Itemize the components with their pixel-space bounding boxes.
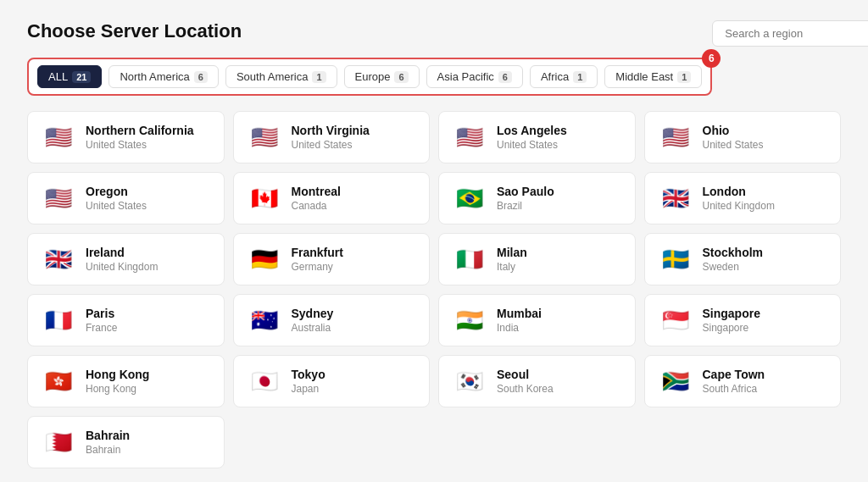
- location-card[interactable]: 🇮🇹 Milan Italy: [438, 233, 636, 285]
- location-card[interactable]: 🇺🇸 Oregon United States: [27, 172, 225, 224]
- filter-count: 1: [312, 71, 326, 83]
- filter-label: ALL: [48, 70, 68, 83]
- country-name: Germany: [292, 261, 343, 273]
- flag-icon: 🇿🇦: [659, 370, 693, 393]
- filter-row: ALL21North America6South America1Europe6…: [27, 58, 712, 96]
- city-name: Paris: [86, 307, 117, 320]
- city-name: Singapore: [703, 307, 760, 320]
- page-title: Choose Server Location: [27, 20, 712, 42]
- location-card[interactable]: 🇸🇪 Stockholm Sweden: [644, 233, 842, 285]
- country-name: Hong Kong: [86, 383, 149, 395]
- location-card[interactable]: 🇿🇦 Cape Town South Africa: [644, 355, 842, 407]
- city-name: Sao Paulo: [497, 185, 554, 198]
- country-name: United States: [497, 139, 567, 151]
- filter-label: South America: [236, 70, 309, 83]
- flag-icon: 🇮🇹: [453, 248, 487, 271]
- flag-icon: 🇦🇺: [248, 309, 281, 332]
- country-name: South Korea: [497, 383, 554, 395]
- city-name: Mumbai: [497, 307, 542, 320]
- location-card[interactable]: 🇺🇸 Ohio United States: [644, 111, 842, 163]
- location-card[interactable]: 🇧🇷 Sao Paulo Brazil: [438, 172, 636, 224]
- country-name: United States: [86, 139, 194, 151]
- filter-btn-south-america[interactable]: South America1: [225, 65, 337, 88]
- flag-icon: 🇸🇪: [659, 248, 693, 271]
- country-name: Japan: [292, 383, 326, 395]
- filter-count: 1: [677, 71, 691, 83]
- country-name: Sweden: [703, 261, 764, 273]
- location-card[interactable]: 🇨🇦 Montreal Canada: [233, 172, 431, 224]
- city-name: Tokyo: [292, 368, 326, 381]
- flag-icon: 🇨🇦: [248, 187, 281, 210]
- filter-badge: 6: [702, 49, 721, 68]
- location-card[interactable]: 🇧🇭 Bahrain Bahrain: [27, 416, 225, 468]
- flag-icon: 🇬🇧: [42, 248, 75, 271]
- city-name: Northern California: [86, 124, 194, 137]
- filter-count: 6: [394, 71, 408, 83]
- country-name: Bahrain: [86, 444, 130, 456]
- location-card[interactable]: 🇭🇰 Hong Kong Hong Kong: [27, 355, 225, 407]
- flag-icon: 🇧🇭: [42, 431, 75, 454]
- location-card[interactable]: 🇬🇧 London United Kingdom: [644, 172, 842, 224]
- city-name: Los Angeles: [497, 124, 567, 137]
- city-name: Frankfurt: [292, 246, 343, 259]
- location-card[interactable]: 🇩🇪 Frankfurt Germany: [233, 233, 431, 285]
- flag-icon: 🇩🇪: [248, 248, 281, 271]
- filter-btn-europe[interactable]: Europe6: [344, 65, 420, 88]
- flag-icon: 🇫🇷: [42, 309, 75, 332]
- filter-label: Asia Pacific: [437, 70, 494, 83]
- country-name: Brazil: [497, 200, 554, 212]
- city-name: North Virginia: [292, 124, 370, 137]
- location-card[interactable]: 🇸🇬 Singapore Singapore: [644, 294, 842, 346]
- country-name: Australia: [292, 322, 334, 334]
- city-name: London: [703, 185, 775, 198]
- filter-label: Africa: [541, 70, 569, 83]
- flag-icon: 🇺🇸: [659, 126, 693, 149]
- city-name: Sydney: [292, 307, 334, 320]
- country-name: United Kingdom: [86, 261, 158, 273]
- flag-icon: 🇧🇷: [453, 187, 487, 210]
- filter-label: Middle East: [615, 70, 673, 83]
- filter-btn-middle-east[interactable]: Middle East1: [604, 65, 702, 88]
- filter-count: 6: [498, 71, 512, 83]
- country-name: United States: [292, 139, 370, 151]
- country-name: South Africa: [703, 383, 765, 395]
- flag-icon: 🇬🇧: [659, 187, 693, 210]
- city-name: Milan: [497, 246, 527, 259]
- flag-icon: 🇺🇸: [42, 187, 75, 210]
- location-card[interactable]: 🇯🇵 Tokyo Japan: [233, 355, 431, 407]
- flag-icon: 🇰🇷: [453, 370, 487, 393]
- location-card[interactable]: 🇦🇺 Sydney Australia: [233, 294, 431, 346]
- location-grid: 🇺🇸 Northern California United States 🇺🇸 …: [27, 111, 841, 468]
- country-name: United States: [703, 139, 764, 151]
- location-card[interactable]: 🇺🇸 Northern California United States: [27, 111, 225, 163]
- location-card[interactable]: 🇰🇷 Seoul South Korea: [438, 355, 636, 407]
- flag-icon: 🇺🇸: [248, 126, 281, 149]
- city-name: Oregon: [86, 185, 147, 198]
- country-name: France: [86, 322, 117, 334]
- city-name: Seoul: [497, 368, 554, 381]
- filter-btn-north-america[interactable]: North America6: [108, 65, 219, 88]
- city-name: Hong Kong: [86, 368, 149, 381]
- country-name: India: [497, 322, 542, 334]
- location-card[interactable]: 🇺🇸 North Virginia United States: [233, 111, 431, 163]
- filter-count: 21: [72, 71, 91, 83]
- filter-count: 6: [194, 71, 208, 83]
- search-input[interactable]: [712, 20, 868, 47]
- city-name: Ohio: [703, 124, 764, 137]
- flag-icon: 🇮🇳: [453, 309, 487, 332]
- country-name: United States: [86, 200, 147, 212]
- city-name: Montreal: [292, 185, 341, 198]
- location-card[interactable]: 🇬🇧 Ireland United Kingdom: [27, 233, 225, 285]
- location-card[interactable]: 🇫🇷 Paris France: [27, 294, 225, 346]
- flag-icon: 🇯🇵: [248, 370, 281, 393]
- filter-btn-asia-pacific[interactable]: Asia Pacific6: [426, 65, 523, 88]
- filter-btn-africa[interactable]: Africa1: [530, 65, 598, 88]
- flag-icon: 🇺🇸: [42, 126, 75, 149]
- country-name: Canada: [292, 200, 341, 212]
- country-name: Italy: [497, 261, 527, 273]
- country-name: United Kingdom: [703, 200, 775, 212]
- filter-btn-all[interactable]: ALL21: [37, 65, 102, 88]
- location-card[interactable]: 🇮🇳 Mumbai India: [438, 294, 636, 346]
- filter-label: Europe: [355, 70, 391, 83]
- location-card[interactable]: 🇺🇸 Los Angeles United States: [438, 111, 636, 163]
